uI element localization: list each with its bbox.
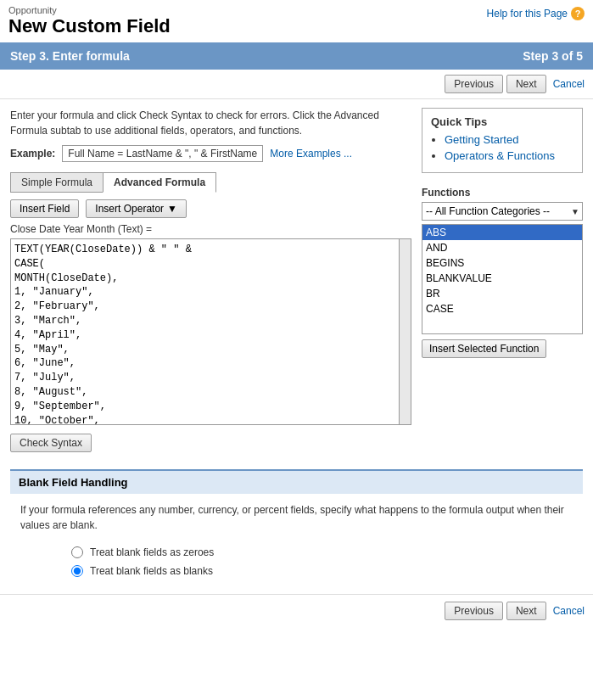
radio-option-blanks[interactable]: Treat blank fields as blanks (71, 565, 573, 577)
radio-option-zeroes[interactable]: Treat blank fields as zeroes (71, 546, 573, 558)
help-icon: ? (571, 7, 585, 20)
quick-tips-list: Getting Started Operators & Functions (445, 133, 573, 162)
function-item-blankvalue[interactable]: BLANKVALUE (422, 271, 582, 286)
radio-blanks[interactable] (71, 565, 83, 577)
function-item-and[interactable]: AND (422, 240, 582, 255)
blank-field-body: If your formula references any number, c… (10, 494, 583, 585)
page-header: Opportunity New Custom Field Help for th… (0, 0, 593, 42)
functions-section: Functions -- All Function Categories -- … (422, 187, 583, 358)
check-syntax-button[interactable]: Check Syntax (10, 434, 92, 452)
example-label: Example: (10, 148, 55, 160)
check-syntax-row: Check Syntax (10, 434, 411, 452)
functions-select-wrapper: -- All Function Categories -- ▼ (422, 202, 583, 221)
left-section: Enter your formula and click Check Synta… (10, 108, 411, 452)
operators-functions-link[interactable]: Operators & Functions (445, 149, 555, 162)
bottom-cancel-link[interactable]: Cancel (553, 605, 585, 617)
example-row: Example: Full Name = LastName & ", " & F… (10, 145, 411, 162)
blank-field-radio-group: Treat blank fields as zeroes Treat blank… (20, 546, 573, 577)
help-link[interactable]: Help for this Page ? (487, 7, 585, 20)
function-item-br[interactable]: BR (422, 286, 582, 301)
quick-tips-title: Quick Tips (431, 115, 573, 128)
bottom-previous-button[interactable]: Previous (445, 602, 503, 620)
blank-field-header: Blank Field Handling (10, 471, 583, 494)
function-item-case[interactable]: CASE (422, 301, 582, 316)
blank-field-section: Blank Field Handling If your formula ref… (10, 469, 583, 585)
radio-zeroes[interactable] (71, 546, 83, 558)
formula-left: Close Date Year Month (Text) = (10, 223, 411, 425)
main-content: Enter your formula and click Check Synta… (0, 99, 593, 461)
functions-list[interactable]: ABSANDBEGINSBLANKVALUEBRCASE (422, 224, 583, 334)
help-text: Help for this Page (487, 8, 568, 20)
formula-controls: Insert Field Insert Operator ▼ (10, 199, 411, 218)
bottom-next-button[interactable]: Next (506, 602, 546, 620)
operator-dropdown-arrow: ▼ (167, 203, 177, 215)
formula-area-wrapper: Close Date Year Month (Text) = (10, 223, 411, 425)
top-cancel-link[interactable]: Cancel (553, 78, 585, 90)
top-previous-button[interactable]: Previous (445, 75, 503, 93)
example-formula: Full Name = LastName & ", " & FirstName (62, 145, 263, 162)
bottom-toolbar: Previous Next Cancel (0, 594, 593, 627)
radio-zeroes-label: Treat blank fields as zeroes (90, 546, 214, 558)
tab-simple[interactable]: Simple Formula (10, 172, 103, 193)
quick-tips: Quick Tips Getting Started Operators & F… (422, 108, 583, 173)
insert-operator-button[interactable]: Insert Operator ▼ (86, 199, 187, 218)
tab-advanced[interactable]: Advanced Formula (103, 172, 216, 193)
radio-blanks-label: Treat blank fields as blanks (90, 565, 213, 577)
tabs-row: Simple Formula Advanced Formula (10, 172, 411, 193)
insert-field-button[interactable]: Insert Field (10, 199, 79, 218)
formula-scrollbar[interactable] (399, 239, 411, 424)
step-count: Step 3 of 5 (523, 49, 583, 63)
top-toolbar: Previous Next Cancel (0, 70, 593, 99)
more-examples-link[interactable]: More Examples ... (270, 148, 352, 160)
top-next-button[interactable]: Next (506, 75, 546, 93)
functions-label: Functions (422, 187, 583, 199)
step-banner: Step 3. Enter formula Step 3 of 5 (0, 42, 593, 70)
formula-field-name: Close Date Year Month (Text) = (10, 223, 411, 235)
step-label: Step 3. Enter formula (10, 49, 130, 63)
right-section: Quick Tips Getting Started Operators & F… (422, 108, 583, 452)
quick-tips-item-getting-started: Getting Started (445, 133, 573, 146)
function-item-abs[interactable]: ABS (422, 225, 582, 240)
formula-textarea-container (10, 238, 411, 425)
insert-selected-function-button[interactable]: Insert Selected Function (422, 339, 546, 358)
insert-operator-label: Insert Operator (95, 203, 164, 215)
blank-field-description: If your formula references any number, c… (20, 502, 573, 533)
quick-tips-item-operators: Operators & Functions (445, 149, 573, 162)
intro-description: Enter your formula and click Check Synta… (10, 108, 411, 138)
formula-textarea[interactable] (11, 239, 411, 424)
functions-category-dropdown[interactable]: -- All Function Categories -- (422, 202, 583, 221)
getting-started-link[interactable]: Getting Started (445, 133, 518, 146)
function-item-begins[interactable]: BEGINS (422, 255, 582, 271)
